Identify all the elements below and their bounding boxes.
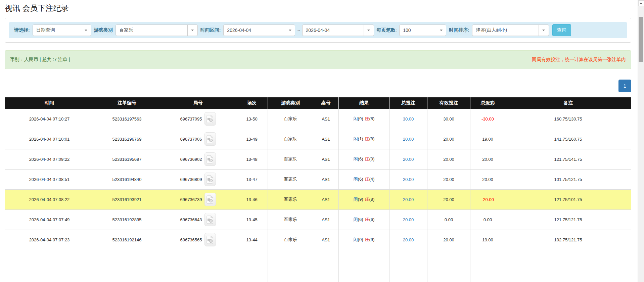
subtotal-empty — [313, 250, 339, 270]
cell-table: AS1 — [313, 189, 339, 209]
cell-valid-bet: 20.00 — [427, 149, 470, 169]
result-banker-score: (8) — [369, 116, 375, 121]
chevron-down-icon[interactable] — [285, 25, 295, 36]
total-bet-link[interactable]: 20.00 — [403, 217, 414, 222]
cell-payout: 0.00 — [470, 209, 505, 230]
cell-payout: 19.00 — [470, 230, 505, 250]
total-bet-link[interactable]: 20.00 — [403, 197, 414, 202]
result-banker: 庄 — [365, 217, 369, 222]
cell-total-bet: 20.00 — [389, 189, 427, 209]
page-size-colon: : — [396, 28, 398, 33]
cell-remark: 121.75/121.75 — [505, 209, 631, 230]
cell-total-bet: 20.00 — [389, 169, 427, 189]
result-player-score: (9) — [358, 197, 363, 202]
date-from-select[interactable]: 2026-04-04 — [223, 25, 295, 36]
search-button[interactable]: 查询 — [552, 24, 571, 36]
subtotal-count: 7 — [94, 250, 160, 270]
cell-round: 696737095 — [160, 109, 236, 129]
sort-select[interactable]: 降幂(由大到小) — [472, 25, 549, 36]
film-file-icon — [206, 216, 214, 224]
result-banker: 庄 — [365, 177, 369, 182]
summary-bar: 币别：人民币 | 总共 :7 注单 | 同局有效投注，统一计算在该局第一张注单内 — [5, 50, 631, 69]
result-player: 闲 — [354, 156, 358, 161]
cell-valid-bet: 20.00 — [427, 189, 470, 209]
cell-game-type: 百家乐 — [268, 129, 313, 149]
subtotal-total-bet: 150.00 — [389, 250, 427, 270]
table-row: 2026-04-04 07:08:51523316194840696736809… — [5, 169, 631, 189]
cell-payout: -20.00 — [470, 189, 505, 209]
total-bet-link[interactable]: 30.00 — [403, 116, 414, 122]
cell-payout: 20.00 — [470, 169, 505, 189]
total-bet-link[interactable]: 20.00 — [403, 157, 414, 162]
film-file-icon — [206, 175, 214, 184]
vertical-scrollbar[interactable] — [638, 0, 644, 282]
cell-total-bet: 20.00 — [389, 129, 427, 149]
cell-table: AS1 — [313, 129, 339, 149]
cell-game-type: 百家乐 — [268, 109, 313, 129]
result-banker: 庄 — [365, 116, 369, 121]
chevron-down-icon[interactable] — [539, 25, 549, 36]
cell-remark: 121.75/101.75 — [505, 189, 631, 209]
cell-round: 696736739 — [160, 189, 236, 209]
round-video-button[interactable] — [204, 193, 216, 206]
chevron-down-icon[interactable] — [81, 25, 91, 36]
film-file-icon — [206, 155, 214, 163]
game-type-select[interactable]: 百家乐 — [116, 25, 198, 36]
round-video-button[interactable] — [204, 112, 216, 126]
total-bet-link[interactable]: 20.00 — [403, 137, 414, 142]
header-table: 桌号 — [313, 97, 339, 109]
cell-game-type: 百家乐 — [268, 189, 313, 209]
total-empty — [236, 270, 268, 282]
header-session: 场次 — [236, 97, 268, 109]
subtotal-empty — [339, 250, 389, 270]
page-button-1[interactable]: 1 — [618, 80, 631, 92]
cell-payout: -30.00 — [470, 109, 505, 129]
cell-total-bet: 20.00 — [389, 209, 427, 230]
film-file-icon — [206, 115, 214, 123]
round-video-button[interactable] — [204, 132, 216, 146]
cell-game-type: 百家乐 — [268, 149, 313, 169]
result-banker-score: (8) — [369, 197, 375, 202]
round-video-button[interactable] — [204, 213, 216, 226]
cell-payout: 20.00 — [470, 149, 505, 169]
result-player-score: (1) — [358, 136, 363, 141]
subtotal-empty — [160, 250, 236, 270]
cell-game-type: 百家乐 — [268, 230, 313, 250]
cell-time: 2026-04-04 07:10:01 — [5, 129, 94, 149]
round-video-button[interactable] — [204, 152, 216, 166]
result-player: 闲 — [354, 177, 358, 182]
result-player-score: (6) — [358, 177, 363, 182]
query-type-select[interactable]: 日期查询 — [33, 25, 91, 36]
date-to-select[interactable]: 2026-04-04 — [302, 25, 374, 36]
total-empty — [160, 270, 236, 282]
cell-time: 2026-04-04 07:10:27 — [5, 109, 94, 129]
scrollbar-thumb[interactable] — [639, 17, 643, 62]
chevron-down-icon[interactable] — [436, 25, 446, 36]
total-bet-link[interactable]: 20.00 — [403, 177, 414, 182]
chevron-down-icon[interactable] — [187, 25, 197, 36]
cell-bet-id: 523316193921 — [94, 189, 160, 209]
cell-bet-id: 523316192146 — [94, 230, 160, 250]
date-range-separator: ~ — [297, 28, 300, 33]
round-video-button[interactable] — [204, 173, 216, 186]
result-player: 闲 — [354, 136, 358, 141]
cell-time: 2026-04-04 07:08:51 — [5, 169, 94, 189]
table-row: 2026-04-04 07:07:49523316192895696736643… — [5, 209, 631, 230]
cell-result: 闲(0)庄(9) — [339, 230, 389, 250]
page-size-value: 100 — [400, 28, 436, 33]
total-total-bet: 150.00 — [389, 270, 427, 282]
chevron-down-icon[interactable] — [364, 25, 374, 36]
cell-session: 13-49 — [236, 129, 268, 149]
total-bet-link[interactable]: 20.00 — [403, 237, 414, 242]
cell-time: 2026-04-04 07:07:49 — [5, 209, 94, 230]
subtotal-empty — [236, 250, 268, 270]
page-size-select[interactable]: 100 — [399, 25, 446, 36]
film-file-icon — [206, 195, 214, 204]
subtotal-empty — [268, 250, 313, 270]
cell-valid-bet: 20.00 — [427, 230, 470, 250]
cell-bet-id: 523316197563 — [94, 109, 160, 129]
round-video-button[interactable] — [204, 233, 216, 246]
scroll-up-button[interactable] — [638, 0, 644, 6]
cell-game-type: 百家乐 — [268, 209, 313, 230]
result-player: 闲 — [354, 116, 358, 121]
